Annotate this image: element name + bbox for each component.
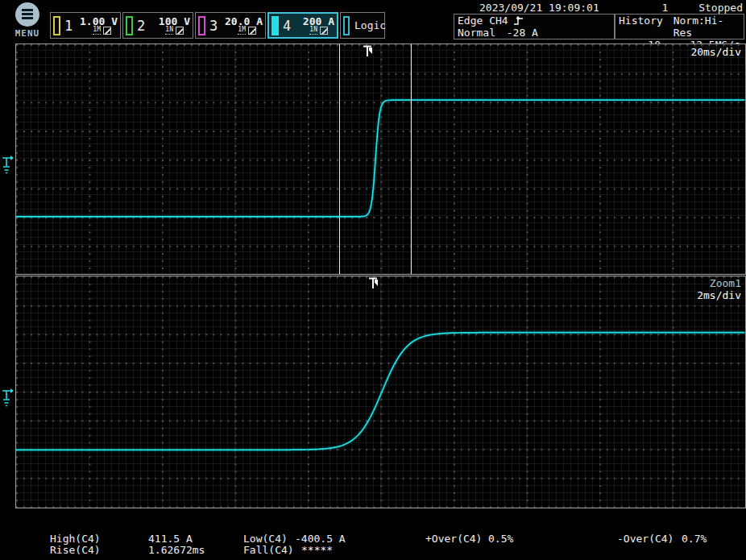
trigger-position-marker[interactable] [363, 45, 374, 59]
acquisition-count: 1 [661, 2, 668, 14]
main-waveform-graticule: 20ms/div [15, 44, 746, 275]
status-line: 2023/09/21 19:09:01 1 Stopped [454, 2, 744, 14]
ch4-waveform-main [16, 44, 745, 274]
run-state: Stopped [698, 2, 743, 14]
channel-2-indicator[interactable]: 2 100 V 1N [122, 12, 193, 39]
ch4-ground-level-marker[interactable] [1, 155, 15, 176]
channel-2-number: 2 [137, 18, 145, 34]
zoom-window-name: Zoom1 [710, 277, 741, 289]
meas-nover-value: 0.7% [682, 533, 707, 545]
coupling-impedance-icon: 1M [238, 27, 246, 35]
meas-fall-value: ***** [301, 545, 333, 556]
channel-2-color-chip [126, 16, 133, 35]
probe-icon [320, 27, 328, 35]
channel-3-color-chip [198, 16, 205, 35]
trigger-level: -28 A [507, 27, 538, 39]
meas-pover-value: 0.5% [488, 533, 513, 545]
trigger-settings-box[interactable]: Edge CH4 Normal -28 A [454, 14, 615, 39]
zoom-timebase-label: 2ms/div [697, 289, 741, 301]
channel-1-number: 1 [64, 18, 73, 34]
channel-4-color-chip [271, 16, 279, 35]
channel-3-number: 3 [209, 18, 218, 34]
coupling-impedance-icon: 1M [93, 27, 101, 35]
probe-icon [248, 27, 256, 35]
logic-color-chip [343, 16, 350, 35]
meas-low-label: Low(C4) [243, 533, 288, 545]
meas-high-label: High(C4) [50, 533, 101, 545]
trigger-mode: Normal [458, 27, 495, 39]
datetime: 2023/09/21 19:09:01 [479, 2, 599, 14]
coupling-impedance-icon: 1N [309, 27, 317, 35]
channel-1-color-chip [53, 16, 60, 35]
oscilloscope-screen: MENU 1 1.00 V 1M 2 100 V 1N [0, 0, 746, 560]
meas-rise-value: 1.62672ms [148, 545, 205, 556]
meas-fall-label: Fall(C4) [243, 545, 294, 556]
logic-label: Logic [354, 19, 386, 31]
zoom-window-left-edge[interactable] [339, 44, 340, 274]
channel-indicator-row: 1 1.00 V 1M 2 100 V 1N 3 [50, 12, 385, 39]
rising-edge-icon [513, 16, 526, 26]
ch4-ground-level-marker-zoom[interactable] [1, 388, 15, 409]
probe-icon [103, 27, 111, 35]
channel-4-indicator[interactable]: 4 200 A 1N [267, 12, 338, 39]
ch4-waveform-zoom1 [16, 276, 745, 508]
probe-icon [176, 27, 184, 35]
menu-button[interactable]: MENU [6, 2, 48, 39]
zoom1-waveform-graticule: Zoom1 2ms/div [15, 276, 746, 508]
channel-2-scale: 100 V [159, 16, 190, 27]
menu-label: MENU [6, 28, 48, 39]
channel-4-scale: 200 A [303, 16, 334, 27]
meas-pover-label: +Over(C4) [425, 533, 482, 545]
meas-nover-label: -Over(C4) [617, 533, 673, 545]
logic-indicator[interactable]: Logic [340, 12, 385, 39]
hamburger-icon [15, 2, 39, 27]
history-acquisition-box[interactable]: History Norm:Hi-Res 10 12.5MS/s [615, 14, 744, 39]
history-label: History [619, 15, 673, 39]
trigger-position-marker-zoom[interactable] [368, 277, 379, 291]
channel-1-indicator[interactable]: 1 1.00 V 1M [50, 12, 121, 39]
main-timebase-label: 20ms/div [690, 46, 741, 58]
trigger-type-source: Edge CH4 [458, 15, 508, 27]
zoom-window-right-edge[interactable] [411, 44, 412, 274]
meas-low-value: -400.5 A [295, 533, 346, 545]
channel-4-number: 4 [283, 18, 291, 34]
coupling-impedance-icon: 1N [165, 27, 173, 35]
meas-high-value: 411.5 A [148, 533, 193, 545]
acquisition-mode: Norm:Hi-Res [673, 15, 740, 39]
channel-3-indicator[interactable]: 3 20.0 A 1M [195, 12, 266, 39]
meas-rise-label: Rise(C4) [50, 545, 101, 556]
